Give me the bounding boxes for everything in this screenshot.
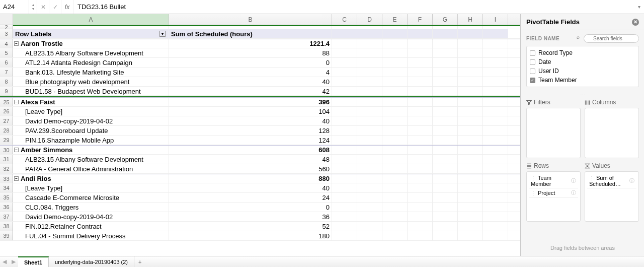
cell[interactable] [332, 183, 357, 192]
cell[interactable] [408, 193, 433, 202]
cell[interactable] [433, 68, 458, 77]
cell[interactable] [483, 231, 508, 240]
cell[interactable] [408, 58, 433, 67]
cell[interactable] [357, 87, 382, 96]
cell[interactable] [458, 212, 483, 221]
cell[interactable]: 396 [169, 98, 332, 106]
field-checkbox[interactable] [530, 59, 535, 65]
cell[interactable] [458, 231, 483, 240]
cell[interactable] [332, 164, 357, 173]
cell[interactable] [433, 193, 458, 202]
cell[interactable]: 24 [169, 193, 332, 202]
cell[interactable]: PARA - General Office Administration [13, 164, 169, 173]
cell[interactable] [433, 136, 458, 145]
cell[interactable]: −Andi Rios [13, 174, 169, 183]
cell[interactable] [332, 116, 357, 125]
cell[interactable] [382, 193, 408, 202]
cell[interactable]: BUD1.58 - Budapest Web Development [13, 87, 169, 96]
cell[interactable] [357, 39, 382, 48]
cell[interactable] [332, 68, 357, 77]
collapse-button[interactable]: − [14, 41, 19, 46]
cell[interactable] [382, 48, 408, 57]
cell[interactable] [332, 212, 357, 221]
row-number[interactable]: 3 [0, 29, 13, 38]
cell[interactable] [408, 212, 433, 221]
field-checkbox[interactable] [530, 50, 535, 56]
cell[interactable] [382, 29, 408, 38]
cell[interactable]: FUL.04 - Summit Delivery Process [13, 231, 169, 240]
cell[interactable]: ATL2.14 Atlanta Redesign Campaign [13, 58, 169, 67]
cell[interactable] [382, 174, 408, 183]
cell[interactable] [408, 48, 433, 57]
cell[interactable] [357, 155, 382, 164]
field-item[interactable]: Date [530, 57, 635, 66]
cell[interactable]: [Leave Type] [13, 107, 169, 116]
info-icon[interactable]: ⓘ [571, 189, 576, 196]
cell[interactable]: David Demo-copy-2019-04-02 [13, 212, 169, 221]
cell[interactable] [332, 58, 357, 67]
cell[interactable] [382, 77, 408, 86]
cell[interactable] [382, 231, 408, 240]
row-number[interactable]: 6 [0, 58, 13, 67]
field-item[interactable]: Record Type [530, 48, 635, 57]
row-number[interactable]: 8 [0, 77, 13, 86]
cell[interactable] [357, 136, 382, 145]
cell[interactable] [357, 183, 382, 192]
cell[interactable] [408, 231, 433, 240]
cell[interactable]: FIN.012.Retainer Contract [13, 222, 169, 231]
row-number[interactable]: 28 [0, 126, 13, 135]
cell[interactable] [433, 58, 458, 67]
cell[interactable]: 52 [169, 222, 332, 231]
sheet-tab[interactable]: Sheet1 [18, 256, 49, 267]
cell[interactable] [433, 183, 458, 192]
collapse-button[interactable]: − [14, 148, 19, 152]
cell[interactable] [458, 39, 483, 48]
cell[interactable] [458, 77, 483, 86]
row-number[interactable]: 29 [0, 136, 13, 145]
formula-expand-button[interactable]: ▾ [634, 4, 644, 10]
cell[interactable]: Sum of Scheduled (hours) [169, 29, 332, 38]
rows-drop-area[interactable]: ⋮Team Memberⓘ⋮Projectⓘ [526, 171, 581, 222]
cell[interactable] [408, 155, 433, 164]
cell[interactable] [332, 39, 357, 48]
cell[interactable] [458, 58, 483, 67]
cell[interactable] [357, 174, 382, 183]
row-number[interactable]: 33 [0, 174, 13, 183]
col-header-A[interactable]: A [13, 14, 169, 25]
cell[interactable] [483, 87, 508, 96]
row-number[interactable]: 27 [0, 116, 13, 125]
cell[interactable]: [Leave Type] [13, 183, 169, 192]
cell[interactable]: −Alexa Faist [13, 98, 169, 106]
cell[interactable] [408, 116, 433, 125]
cell[interactable] [408, 136, 433, 145]
cell[interactable] [382, 116, 408, 125]
cell[interactable]: PAV.239.Scoreboard Update [13, 126, 169, 135]
cell[interactable]: ALB23.15 Albany Software Development [13, 155, 169, 164]
cell[interactable] [357, 126, 382, 135]
cell[interactable]: 608 [169, 146, 332, 154]
cell[interactable] [433, 231, 458, 240]
cell[interactable]: 0 [169, 203, 332, 212]
cell[interactable] [382, 222, 408, 231]
cell[interactable] [433, 77, 458, 86]
cell[interactable] [433, 98, 458, 106]
cell[interactable] [332, 77, 357, 86]
cell[interactable] [483, 58, 508, 67]
cell[interactable] [382, 212, 408, 221]
cell[interactable] [483, 183, 508, 192]
cell[interactable] [458, 222, 483, 231]
cell[interactable]: PIN.16.Shazample Mobile App [13, 136, 169, 145]
cell[interactable] [332, 87, 357, 96]
cell[interactable] [382, 58, 408, 67]
cell[interactable] [382, 203, 408, 212]
row-number[interactable]: 25 [0, 98, 13, 106]
tab-nav-prev[interactable]: ◀ [0, 258, 9, 265]
cell[interactable] [332, 231, 357, 240]
cell[interactable] [433, 87, 458, 96]
row-number[interactable]: 37 [0, 212, 13, 221]
col-header-E[interactable]: E [382, 14, 408, 25]
field-item[interactable]: ✓Team Member [530, 76, 635, 85]
cell[interactable] [332, 193, 357, 202]
cell[interactable] [458, 98, 483, 106]
cell[interactable] [357, 212, 382, 221]
